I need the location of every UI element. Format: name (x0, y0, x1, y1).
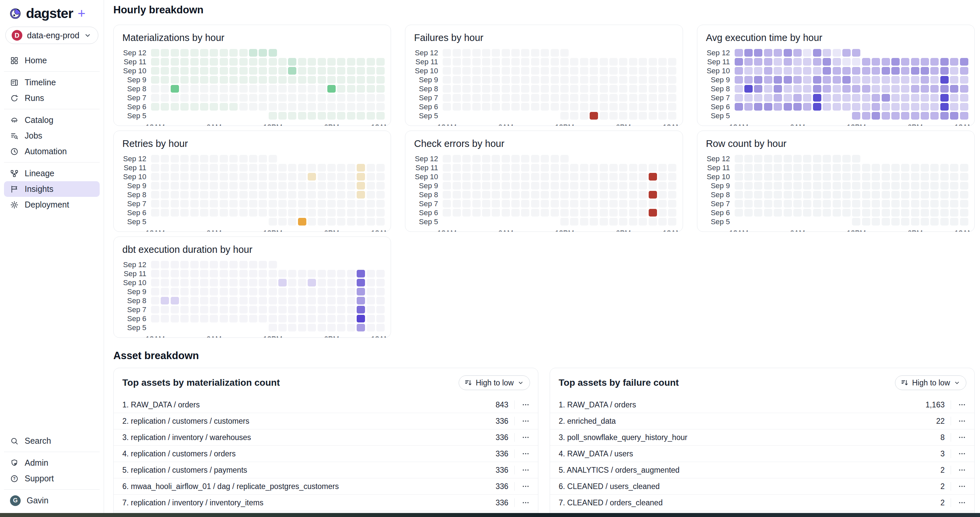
heatmap-cell[interactable] (891, 209, 900, 217)
heatmap-cell[interactable] (318, 85, 326, 93)
heatmap-cell[interactable] (560, 155, 569, 163)
heatmap-cell[interactable] (190, 191, 199, 198)
heatmap-cell[interactable] (511, 58, 520, 66)
heatmap-cell[interactable] (950, 218, 958, 225)
heatmap-cell[interactable] (249, 279, 257, 287)
heatmap-cell[interactable] (278, 112, 287, 120)
heatmap-cell[interactable] (891, 164, 900, 171)
heatmap-cell[interactable] (833, 209, 841, 217)
heatmap-cell[interactable] (376, 76, 385, 84)
heatmap-cell[interactable] (619, 76, 627, 84)
heatmap-cell[interactable] (911, 76, 920, 84)
heatmap-cell[interactable] (462, 173, 471, 181)
heatmap-cell[interactable] (639, 191, 647, 198)
heatmap-cell[interactable] (347, 270, 355, 278)
heatmap-cell[interactable] (891, 103, 900, 111)
heatmap-cell[interactable] (337, 94, 345, 101)
heatmap-cell[interactable] (901, 200, 909, 208)
heatmap-cell[interactable] (308, 67, 316, 75)
heatmap-cell[interactable] (921, 182, 929, 190)
row-menu-button[interactable] (521, 481, 531, 492)
heatmap-cell[interactable] (318, 67, 326, 75)
heatmap-cell[interactable] (308, 164, 316, 171)
heatmap-cell[interactable] (668, 85, 676, 93)
heatmap-cell[interactable] (560, 173, 569, 181)
heatmap-cell[interactable] (960, 200, 968, 208)
heatmap-cell[interactable] (764, 164, 772, 171)
heatmap-cell[interactable] (376, 315, 385, 322)
heatmap-cell[interactable] (288, 191, 296, 198)
asset-name-link[interactable]: 7. replication / inventory / inventory_i… (123, 498, 488, 507)
heatmap-cell[interactable] (327, 76, 336, 84)
heatmap-cell[interactable] (852, 191, 860, 198)
heatmap-cell[interactable] (239, 164, 248, 171)
heatmap-cell[interactable] (171, 164, 179, 171)
heatmap-cell[interactable] (229, 209, 238, 217)
heatmap-cell[interactable] (921, 173, 929, 181)
heatmap-cell[interactable] (288, 200, 296, 208)
heatmap-cell[interactable] (151, 209, 159, 217)
heatmap-cell[interactable] (930, 200, 939, 208)
heatmap-cell[interactable] (259, 58, 267, 66)
heatmap-cell[interactable] (784, 182, 792, 190)
heatmap-cell[interactable] (220, 191, 228, 198)
heatmap-cell[interactable] (609, 173, 618, 181)
heatmap-cell[interactable] (229, 85, 238, 93)
heatmap-cell[interactable] (950, 209, 958, 217)
heatmap-cell[interactable] (590, 209, 598, 217)
heatmap-cell[interactable] (376, 297, 385, 304)
heatmap-cell[interactable] (318, 112, 326, 120)
heatmap-cell[interactable] (930, 94, 939, 101)
heatmap-cell[interactable] (764, 173, 772, 181)
heatmap-cell[interactable] (600, 209, 608, 217)
heatmap-cell[interactable] (882, 103, 890, 111)
heatmap-cell[interactable] (813, 200, 821, 208)
heatmap-cell[interactable] (151, 191, 159, 198)
heatmap-cell[interactable] (473, 164, 480, 171)
heatmap-cell[interactable] (327, 200, 336, 208)
heatmap-cell[interactable] (590, 58, 598, 66)
sidebar-item-insights[interactable]: Insights (4, 181, 100, 197)
heatmap-cell[interactable] (833, 155, 841, 163)
heatmap-cell[interactable] (220, 261, 228, 268)
heatmap-cell[interactable] (521, 67, 529, 75)
heatmap-cell[interactable] (570, 164, 578, 171)
heatmap-cell[interactable] (298, 164, 306, 171)
heatmap-cell[interactable] (259, 261, 267, 268)
heatmap-cell[interactable] (259, 306, 267, 314)
heatmap-cell[interactable] (590, 103, 598, 111)
heatmap-cell[interactable] (443, 173, 451, 181)
heatmap-cell[interactable] (220, 209, 228, 217)
heatmap-cell[interactable] (629, 103, 637, 111)
heatmap-cell[interactable] (367, 279, 375, 287)
heatmap-cell[interactable] (891, 94, 900, 101)
heatmap-cell[interactable] (161, 94, 169, 101)
heatmap-cell[interactable] (580, 191, 588, 198)
heatmap-cell[interactable] (639, 112, 647, 120)
heatmap-cell[interactable] (521, 94, 529, 101)
heatmap-cell[interactable] (580, 182, 588, 190)
heatmap-cell[interactable] (600, 218, 608, 225)
heatmap-cell[interactable] (327, 191, 336, 198)
heatmap-cell[interactable] (774, 155, 782, 163)
heatmap-cell[interactable] (862, 209, 870, 217)
heatmap-cell[interactable] (639, 164, 647, 171)
asset-name-link[interactable]: 2. enriched_data (558, 417, 925, 426)
heatmap-cell[interactable] (668, 76, 676, 84)
heatmap-cell[interactable] (229, 306, 238, 314)
heatmap-cell[interactable] (210, 306, 218, 314)
heatmap-cell[interactable] (560, 76, 569, 84)
heatmap-cell[interactable] (492, 67, 500, 75)
heatmap-cell[interactable] (482, 58, 490, 66)
heatmap-cell[interactable] (541, 209, 549, 217)
heatmap-cell[interactable] (502, 191, 510, 198)
heatmap-cell[interactable] (960, 191, 968, 198)
heatmap-cell[interactable] (852, 164, 860, 171)
heatmap-cell[interactable] (151, 279, 159, 287)
heatmap-cell[interactable] (960, 218, 968, 225)
heatmap-cell[interactable] (376, 324, 385, 331)
heatmap-cell[interactable] (367, 288, 375, 295)
heatmap-cell[interactable] (473, 76, 480, 84)
heatmap-cell[interactable] (940, 218, 949, 225)
heatmap-cell[interactable] (803, 200, 811, 208)
